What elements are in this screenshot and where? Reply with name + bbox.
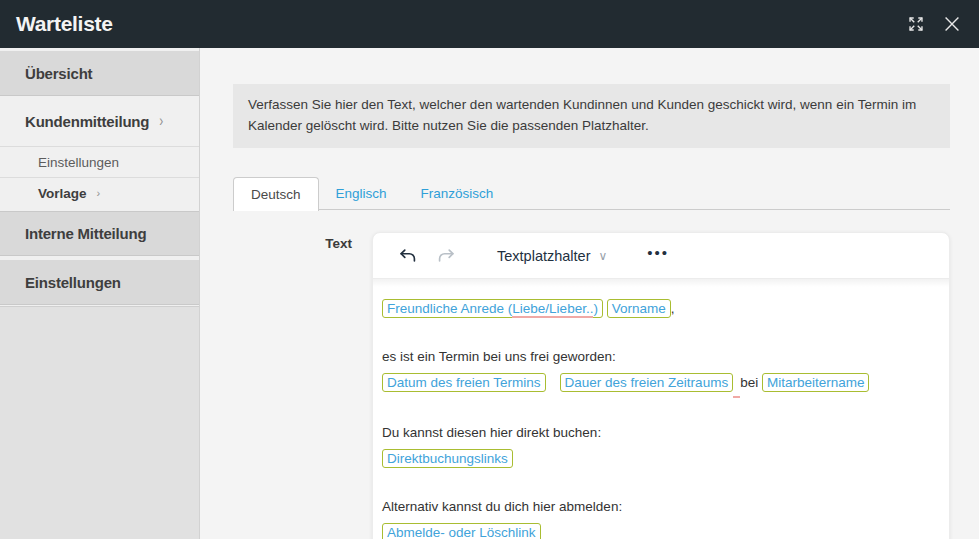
- chevron-right-icon: ›: [97, 187, 101, 199]
- editor-text: ,: [671, 301, 675, 316]
- sidebar-item-vorlage[interactable]: Vorlage ›: [0, 177, 199, 208]
- editor-text: Du kannst diesen hier direkt buchen:: [382, 425, 601, 440]
- editor-content[interactable]: Freundliche Anrede (Liebe/Lieber..) Vorn…: [373, 279, 949, 539]
- placeholder-pill[interactable]: Direktbuchungslinks: [382, 449, 513, 468]
- chevron-down-icon: ∨: [599, 249, 608, 263]
- placeholder-pill[interactable]: Dauer des freien Zeitraums: [560, 373, 734, 392]
- editor-text: Alternativ kannst du dich hier abmelden:: [382, 499, 622, 514]
- tab-label: Französisch: [421, 186, 494, 201]
- sidebar-item-uebersicht[interactable]: Übersicht: [0, 51, 199, 96]
- sidebar-item-kundenmitteilung[interactable]: Kundenmitteilung ›: [0, 96, 199, 146]
- expand-icon[interactable]: [905, 13, 927, 35]
- editor-text: bei: [740, 375, 762, 390]
- window-header: Warteliste: [0, 0, 979, 48]
- sidebar: Übersicht Kundenmitteilung › Einstellung…: [0, 48, 200, 539]
- sidebar-item-einstellungen-sub[interactable]: Einstellungen: [0, 146, 199, 177]
- placeholder-pill[interactable]: Freundliche Anrede (Liebe/Lieber..): [382, 299, 603, 318]
- placeholder-pill[interactable]: Vorname: [607, 299, 671, 318]
- info-box: Verfassen Sie hier den Text, welcher den…: [233, 84, 950, 148]
- main-content: Verfassen Sie hier den Text, welcher den…: [200, 48, 979, 539]
- sidebar-item-label: Einstellungen: [25, 274, 121, 291]
- sidebar-item-label: Kundenmitteilung: [25, 113, 149, 130]
- language-tabs: Deutsch Englisch Französisch: [233, 177, 950, 210]
- sidebar-item-label: Vorlage: [38, 186, 87, 201]
- window-actions: [905, 13, 963, 35]
- redo-icon[interactable]: [435, 245, 457, 267]
- tab-label: Englisch: [336, 186, 387, 201]
- editor-text: es ist ein Termin bei uns frei geworden:: [382, 349, 616, 364]
- sidebar-item-label: Einstellungen: [38, 155, 119, 170]
- editor-toolbar: Textplatzhalter ∨ •••: [373, 233, 949, 279]
- spellcheck-underline: Liebe/Lieber..: [512, 301, 593, 318]
- chevron-right-icon: ›: [159, 112, 163, 130]
- undo-icon[interactable]: [397, 245, 419, 267]
- placeholder-pill[interactable]: Mitarbeitername: [762, 373, 870, 392]
- sidebar-footer: [0, 306, 199, 539]
- dropdown-label: Textplatzhalter: [497, 248, 591, 264]
- tab-franzoesisch[interactable]: Französisch: [404, 177, 511, 210]
- text-editor[interactable]: Textplatzhalter ∨ ••• Freundliche Anrede…: [372, 232, 950, 539]
- more-options-icon[interactable]: •••: [647, 248, 669, 264]
- tab-englisch[interactable]: Englisch: [319, 177, 404, 210]
- close-icon[interactable]: [941, 13, 963, 35]
- text-field-label: Text: [200, 236, 352, 251]
- sidebar-item-interne-mitteilung[interactable]: Interne Mitteilung: [0, 211, 199, 256]
- tab-label: Deutsch: [251, 187, 301, 202]
- sidebar-item-einstellungen[interactable]: Einstellungen: [0, 260, 199, 305]
- textplatzhalter-dropdown[interactable]: Textplatzhalter ∨: [497, 248, 607, 264]
- tab-deutsch[interactable]: Deutsch: [233, 177, 319, 211]
- placeholder-pill[interactable]: Datum des freien Termins: [382, 373, 546, 392]
- sidebar-group-kundenmitteilung: Kundenmitteilung › Einstellungen Vorlage…: [0, 96, 199, 208]
- placeholder-pill[interactable]: Abmelde- oder Löschlink: [382, 523, 541, 539]
- window-title: Warteliste: [16, 12, 113, 36]
- sidebar-item-label: Interne Mitteilung: [25, 225, 146, 242]
- sidebar-item-label: Übersicht: [25, 65, 92, 82]
